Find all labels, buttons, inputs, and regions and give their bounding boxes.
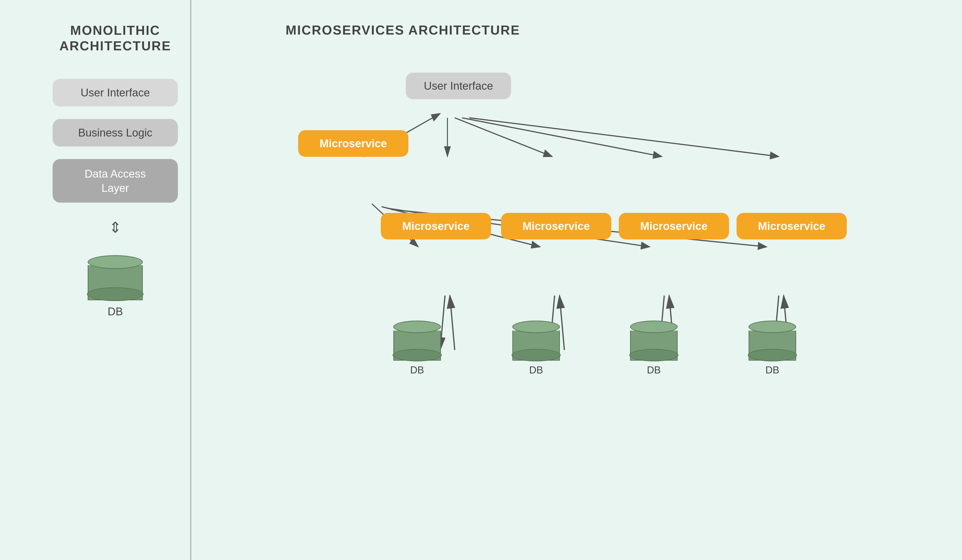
micro-ui-box: User Interface [406,73,511,99]
svg-line-4 [455,118,552,157]
mono-arrow: ⇕ [109,220,121,235]
svg-line-6 [470,118,779,157]
monolithic-title: MONOLITHICARCHITECTURE [60,23,171,54]
micro-ms-1-label: Microservice [402,220,470,232]
mono-bl-box: Business Logic [53,119,178,147]
mono-db-top [88,255,143,269]
micro-ms-4: Microservice [736,213,847,239]
mono-bl-label: Business Logic [78,126,152,139]
micro-db-1-cylinder [393,321,441,361]
micro-db-4-bottom [748,349,797,361]
micro-db-2-bottom [512,349,561,361]
micro-db-1-top [393,321,441,333]
micro-db-2: DB [512,321,560,376]
svg-line-5 [462,118,662,157]
micro-diagram: User Interface Microservice Microservice… [236,58,942,545]
microservices-title: MICROSERVICES ARCHITECTURE [236,23,942,37]
micro-db-4-cylinder [749,321,796,361]
micro-ms-top-label: Microservice [320,137,387,150]
micro-db-2-cylinder [512,321,560,361]
micro-db-1: DB [393,321,441,376]
mono-dal-label: Data AccessLayer [85,168,146,194]
mono-ui-label: User Interface [81,86,150,98]
micro-db-3-cylinder [630,321,678,361]
micro-ms-4-label: Microservice [758,220,825,232]
mono-ui-box: User Interface [53,79,178,107]
micro-ms-3: Microservice [619,213,729,239]
main-container: MONOLITHICARCHITECTURE User Interface Bu… [0,0,962,560]
micro-db-1-label: DB [410,365,424,376]
micro-db-4-top [749,321,796,333]
micro-db-2-label: DB [529,365,543,376]
micro-db-3-bottom [629,349,678,361]
svg-line-12 [450,295,455,350]
micro-db-3: DB [630,321,678,376]
micro-ms-top: Microservice [298,130,408,157]
micro-ms-1: Microservice [381,213,491,239]
micro-db-4-label: DB [765,365,780,376]
microservices-section: MICROSERVICES ARCHITECTURE [210,15,942,545]
mono-dal-box: Data AccessLayer [53,159,178,203]
mono-db-bottom [87,287,144,301]
mono-db-cylinder [88,255,143,300]
micro-ms-2: Microservice [501,213,611,239]
section-divider [190,0,191,560]
micro-ms-3-label: Microservice [640,220,707,232]
svg-line-14 [559,295,564,350]
monolithic-section: MONOLITHICARCHITECTURE User Interface Bu… [20,15,210,545]
mono-boxes: User Interface Business Logic Data Acces… [20,79,210,318]
mono-db-container: DB [88,255,143,318]
micro-db-1-bottom [392,349,442,361]
micro-ms-2-label: Microservice [522,220,590,232]
mono-db-label: DB [108,305,123,318]
micro-db-4: DB [749,321,796,376]
micro-ui-label: User Interface [424,80,493,92]
micro-db-2-top [512,321,560,333]
micro-db-3-top [630,321,678,333]
micro-db-3-label: DB [647,365,661,376]
